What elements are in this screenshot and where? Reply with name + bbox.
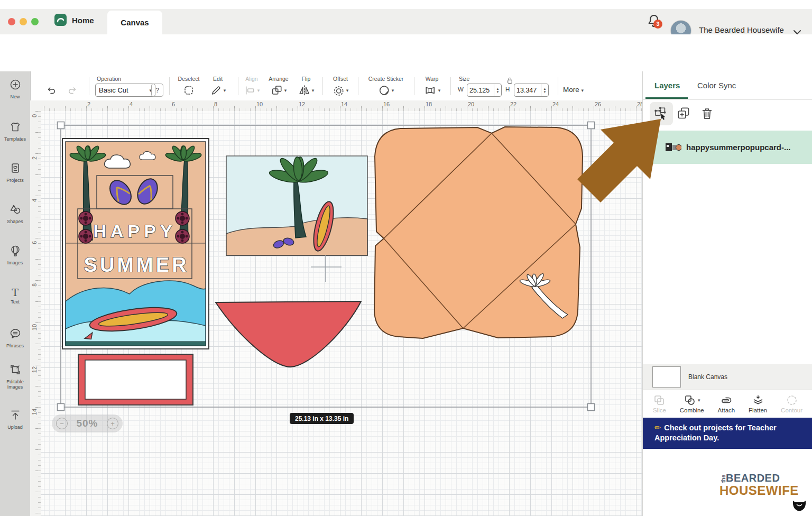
undo-button[interactable] (44, 84, 58, 97)
beach-scene-shape[interactable] (226, 156, 367, 255)
ruler-v-label: 4 (31, 195, 39, 206)
envelope-shape[interactable] (374, 127, 583, 338)
chevron-down-icon: ▾ (224, 88, 226, 93)
selection-handle-bottom-right[interactable] (588, 404, 595, 411)
arrange-button[interactable]: ▾ (271, 84, 287, 97)
operation-label: Operation (97, 76, 121, 82)
selection-handle-top-right[interactable] (588, 122, 595, 129)
flip-label: Flip (302, 76, 311, 82)
window-minimize-button[interactable] (20, 18, 27, 25)
width-input[interactable]: 25.125 ▲▼ (467, 84, 502, 97)
more-button[interactable]: More ▾ (563, 86, 584, 94)
offset-button[interactable]: ▾ (333, 84, 349, 97)
sidebar-item-templates[interactable]: Templates (0, 121, 30, 142)
beard-icon (791, 497, 807, 512)
brand-line1: BEARDED (726, 472, 780, 484)
size-label: Size (459, 76, 469, 82)
attach-button[interactable]: Attach (718, 394, 735, 413)
brand-logo: the BEARDED HOUSEWIFE (713, 469, 809, 512)
ruler-vertical: 02468101214 (30, 111, 41, 516)
flatten-button[interactable]: Flatten (749, 394, 767, 413)
ruler-h-label: 6 (172, 101, 175, 107)
promo-banner[interactable]: ✏Check out projects for Teacher Apprecia… (643, 418, 812, 449)
flip-button[interactable]: ▾ (298, 84, 315, 97)
width-stepper[interactable]: ▲▼ (494, 84, 501, 96)
ungroup-button[interactable] (650, 102, 673, 125)
create-sticker-button[interactable]: ▾ (378, 84, 394, 97)
sidebar-item-text[interactable]: T Text (0, 287, 30, 305)
warp-button[interactable]: ▾ (423, 84, 441, 97)
tab-home[interactable]: Home (72, 16, 94, 25)
ruler-h-label: 14 (341, 101, 347, 107)
promo-banner-text: Check out projects for Teacher Appreciat… (654, 423, 777, 442)
sidebar-item-upload[interactable]: Upload (0, 409, 30, 430)
transform-frame-icon (9, 363, 22, 376)
envelope-liner-shape[interactable] (216, 301, 361, 367)
edit-button[interactable]: ▾ (210, 84, 226, 97)
size-lock-icon[interactable] (506, 76, 514, 87)
height-label: H (505, 86, 510, 93)
active-tab-underline (645, 97, 688, 99)
combine-button[interactable]: ▾ Combine (680, 394, 704, 413)
layers-panel: Layers Color Sync (642, 71, 812, 516)
ruler-h-label: 2 (87, 101, 90, 107)
layer-row-selected[interactable]: happysummerpopupcard-... (643, 131, 812, 164)
height-input[interactable]: 13.347 ▲▼ (514, 84, 549, 97)
chevron-down-icon: ▾ (582, 88, 584, 93)
selection-handle-top-left[interactable] (58, 122, 64, 129)
zoom-out-button[interactable]: − (56, 418, 68, 429)
ruler-h-label: 22 (510, 101, 516, 107)
edit-label: Edit (213, 76, 223, 82)
speech-bubble-icon (9, 327, 22, 340)
sidebar-item-shapes[interactable]: Shapes (0, 203, 30, 224)
canvas-artwork[interactable]: HAPPY SUMMER (41, 111, 642, 516)
height-stepper[interactable]: ▲▼ (541, 84, 548, 96)
sidebar-item-images[interactable]: Images (0, 244, 30, 265)
sidebar-item-phrases[interactable]: Phrases (0, 327, 30, 348)
account-name[interactable]: The Bearded Housewife (699, 25, 784, 34)
hot-air-balloon-icon (9, 244, 22, 257)
window-close-button[interactable] (8, 18, 15, 25)
operation-select[interactable]: Basic Cut ▾ (95, 84, 155, 97)
cricut-logo-icon[interactable] (54, 14, 67, 26)
ruler-h-label: 4 (130, 101, 133, 107)
zoom-in-button[interactable]: + (107, 418, 118, 429)
project-card-icon (9, 162, 22, 174)
delete-button[interactable] (700, 106, 714, 123)
ruler-h-label: 26 (595, 101, 601, 107)
deselect-button[interactable] (182, 84, 195, 97)
blank-canvas-label: Blank Canvas (688, 373, 727, 381)
card-text-happy: HAPPY (93, 221, 176, 241)
ruler-v-label: 0 (31, 110, 39, 121)
upload-arrow-icon (9, 409, 22, 421)
ruler-h-label: 18 (426, 101, 432, 107)
paperclip-icon (720, 394, 733, 407)
size-tooltip: 25.13 in x 13.35 in (290, 413, 354, 424)
sentiment-rectangle-shape[interactable] (78, 354, 193, 405)
ruler-v-label: 12 (31, 364, 39, 375)
card-front-shape[interactable]: HAPPY SUMMER (62, 139, 209, 349)
tab-color-sync[interactable]: Color Sync (697, 81, 736, 90)
width-label: W (458, 86, 464, 93)
slice-icon (653, 394, 666, 407)
duplicate-icon (677, 106, 691, 121)
combine-icon (684, 394, 696, 407)
duplicate-button[interactable] (677, 106, 691, 123)
tab-canvas[interactable]: Canvas (107, 11, 162, 34)
tab-layers[interactable]: Layers (654, 81, 680, 90)
warp-label: Warp (426, 76, 439, 82)
deselect-label: Deselect (178, 76, 200, 82)
operation-help-button[interactable]: ? (151, 84, 163, 97)
selection-handle-bottom-left[interactable] (58, 404, 64, 411)
sidebar-item-projects[interactable]: Projects (0, 162, 30, 183)
redo-button[interactable] (66, 84, 79, 97)
layer-thumbnail (666, 142, 681, 153)
blank-canvas-row[interactable]: Blank Canvas (643, 364, 812, 390)
sidebar-item-new[interactable]: New (0, 78, 30, 99)
sidebar-item-editable-images[interactable]: Editable Images (0, 363, 30, 390)
window-zoom-button[interactable] (31, 18, 39, 25)
zoom-level: 50% (76, 418, 98, 429)
arrange-label: Arrange (269, 76, 288, 82)
flatten-icon (752, 394, 764, 407)
window-top-strip (0, 0, 812, 9)
